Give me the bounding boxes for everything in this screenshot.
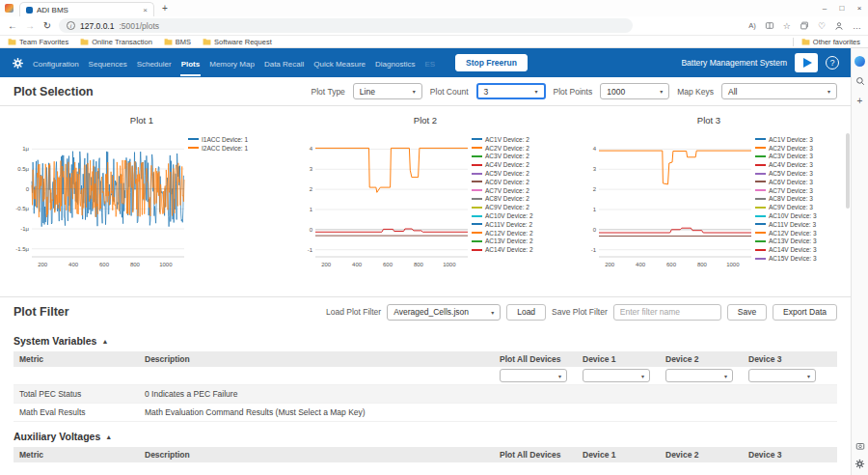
legend-item[interactable]: AC14V Device: 2 [472,245,558,254]
legend-item[interactable]: AC1V Device: 2 [472,135,558,144]
legend-item[interactable]: AC12V Device: 3 [755,229,842,238]
favorites-bar-item[interactable]: Online Transaction [80,38,152,46]
nav-item-quick-measure[interactable]: Quick Measure [312,50,366,76]
stop-freerun-button[interactable]: Stop Freerun [455,54,528,71]
load-filter-select[interactable]: Averaged_Cells.json ▾ [387,304,501,321]
legend-item[interactable]: AC4V Device: 2 [472,160,558,169]
legend-item[interactable]: AC5V Device: 3 [755,169,842,178]
search-icon[interactable] [855,76,865,86]
favorites-bar-item[interactable]: BMS [164,38,191,46]
sidebar-settings-gear-icon[interactable] [854,459,865,469]
device-select[interactable]: ▾ [583,369,650,382]
minimize-button[interactable]: – [816,4,833,13]
legend-item[interactable]: AC14V Device: 3 [755,245,842,254]
back-icon[interactable]: ← [7,20,18,31]
svg-text:600: 600 [383,262,393,267]
legend-item[interactable]: AC5V Device: 2 [472,169,558,178]
legend-item[interactable]: AC7V Device: 2 [472,186,558,195]
legend-item[interactable]: AC8V Device: 3 [755,195,842,204]
maximize-button[interactable]: □ [833,4,851,13]
browser-tab[interactable]: ADI BMS × [19,2,154,16]
legend-item[interactable]: AC9V Device: 3 [755,203,842,211]
settings-ellipsis-icon[interactable]: … [853,21,861,31]
forward-icon[interactable]: → [24,20,36,31]
favorites-star-icon[interactable]: ☆ [783,21,791,31]
nav-item-scheduler[interactable]: Scheduler [136,50,173,76]
legend-item[interactable]: AC2V Device: 3 [755,144,842,153]
legend-item[interactable]: AC2V Device: 2 [472,144,558,153]
tab-close-icon[interactable]: × [143,6,148,14]
legend-item[interactable]: AC6V Device: 3 [755,178,842,186]
refresh-icon[interactable]: ↻ [41,20,53,31]
filter-name-input[interactable] [613,304,721,321]
plot-title: Plot 2 [287,115,563,126]
chart-area[interactable]: 43210-12004006008001000 [292,133,472,296]
legend-item[interactable]: AC6V Device: 2 [472,178,558,186]
legend-item[interactable]: AC4V Device: 3 [755,160,842,169]
legend-item[interactable]: AC10V Device: 3 [755,211,842,220]
nav-item-configuration[interactable]: Configuration [32,50,80,76]
read-aloud-icon[interactable]: A) [748,21,756,30]
section-title[interactable]: Auxiliary Voltages▲ [14,431,837,442]
nav-item-diagnostics[interactable]: Diagnostics [374,50,416,76]
favorite-label: BMS [176,38,191,46]
help-button[interactable]: ? [826,56,839,70]
nav-item-memory-map[interactable]: Memory Map [208,50,256,76]
run-play-button[interactable] [795,53,818,72]
split-screen-icon[interactable] [765,21,774,30]
legend-item[interactable]: AC3V Device: 2 [472,153,558,161]
copilot-icon[interactable] [854,56,865,67]
browser-essentials-heart-icon[interactable]: ♡ [818,21,826,31]
favorites-bar-item[interactable]: Team Favorites [8,38,68,46]
legend-item[interactable]: AC11V Device: 3 [755,220,842,229]
nav-item-data-recall[interactable]: Data Recall [263,50,305,76]
section-title[interactable]: System Variables▲ [14,335,837,347]
nav-item-plots[interactable]: Plots [180,50,202,76]
add-sidebar-icon[interactable]: + [857,96,863,106]
device-select[interactable]: ▾ [500,369,567,382]
legend-item[interactable]: AC9V Device: 2 [472,203,558,211]
other-favorites[interactable]: Other favorites [793,38,860,46]
new-tab-button[interactable]: + [162,3,168,14]
legend-item[interactable]: AC13V Device: 3 [755,238,842,246]
tab-title: ADI BMS [37,6,139,14]
plot-type-select[interactable]: Line▾ [353,83,422,99]
device-select[interactable]: ▾ [665,369,733,382]
legend-item[interactable]: AC13V Device: 2 [472,238,558,246]
device-select[interactable]: ▾ [748,369,816,382]
legend-item[interactable]: AC12V Device: 2 [472,229,558,238]
nav-item-es[interactable]: ES [423,50,436,76]
nav-item-sequences[interactable]: Sequences [88,50,128,76]
settings-gear-icon[interactable] [12,57,24,70]
legend-item[interactable]: I2ACC Device: 1 [188,144,275,153]
legend-item[interactable]: AC8V Device: 2 [472,195,558,204]
load-button[interactable]: Load [506,304,546,321]
legend-item[interactable]: AC10V Device: 2 [472,211,558,220]
save-button[interactable]: Save [727,304,767,321]
export-data-button[interactable]: Export Data [773,304,837,321]
collapse-arrow-icon[interactable]: ▲ [105,433,112,440]
chart-canvas: 1μ0.5μ0-0.5μ-1μ-1.5μ2004006008001000 [9,133,188,270]
address-bar[interactable]: i 127.0.0.1:5001/plots [59,18,633,33]
device-cell: ▾ [583,369,665,382]
collections-icon[interactable] [800,21,809,30]
legend-item[interactable]: AC15V Device: 3 [755,254,842,263]
chart-area[interactable]: 43210-12004006008001000 [576,133,755,296]
map-keys-select[interactable]: All▾ [721,83,837,99]
screenshot-tool-icon[interactable] [855,441,865,451]
collapse-arrow-icon[interactable]: ▲ [101,338,108,345]
legend-item[interactable]: AC3V Device: 3 [755,153,842,161]
plot-points-select[interactable]: 1000▾ [600,83,669,99]
legend-swatch [472,215,482,217]
profile-avatar-icon[interactable] [834,21,844,31]
close-button[interactable]: × [851,4,868,13]
favorites-bar-item[interactable]: Software Request [203,38,272,46]
legend-item[interactable]: AC7V Device: 3 [755,186,842,195]
chart-area[interactable]: 1μ0.5μ0-0.5μ-1μ-1.5μ2004006008001000 [9,133,188,296]
page-scrollbar[interactable] [846,133,850,209]
plot-count-select[interactable]: 3▾ [476,83,546,99]
legend-item[interactable]: AC1V Device: 3 [755,135,842,144]
legend-item[interactable]: AC11V Device: 2 [472,220,558,229]
legend-item[interactable]: I1ACC Device: 1 [188,135,275,144]
site-info-icon[interactable]: i [67,21,75,30]
